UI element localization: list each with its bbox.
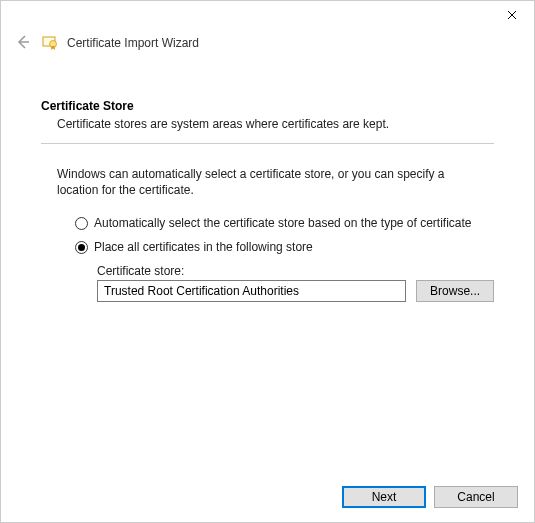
divider xyxy=(41,143,494,144)
option-place-label: Place all certificates in the following … xyxy=(94,240,313,254)
close-icon xyxy=(507,9,517,23)
section-title: Certificate Store xyxy=(41,99,494,113)
certificate-icon xyxy=(41,34,59,52)
wizard-footer: Next Cancel xyxy=(342,486,518,508)
browse-button[interactable]: Browse... xyxy=(416,280,494,302)
option-auto-select[interactable]: Automatically select the certificate sto… xyxy=(75,216,494,230)
radio-icon xyxy=(75,241,88,254)
arrow-left-icon xyxy=(15,34,31,53)
store-row: Browse... xyxy=(97,280,494,302)
title-bar xyxy=(1,1,534,31)
store-field-label: Certificate store: xyxy=(97,264,494,278)
option-place-all[interactable]: Place all certificates in the following … xyxy=(75,240,494,254)
wizard-content: Certificate Store Certificate stores are… xyxy=(1,61,534,302)
next-button[interactable]: Next xyxy=(342,486,426,508)
wizard-header: Certificate Import Wizard xyxy=(1,31,534,61)
section-description: Certificate stores are system areas wher… xyxy=(41,117,494,131)
store-input[interactable] xyxy=(97,280,406,302)
store-options: Automatically select the certificate sto… xyxy=(41,216,494,254)
intro-text: Windows can automatically select a certi… xyxy=(41,166,494,198)
close-button[interactable] xyxy=(489,1,534,31)
store-block: Certificate store: Browse... xyxy=(41,264,494,302)
option-auto-label: Automatically select the certificate sto… xyxy=(94,216,472,230)
back-button[interactable] xyxy=(13,33,33,53)
radio-icon xyxy=(75,217,88,230)
wizard-title: Certificate Import Wizard xyxy=(67,36,199,50)
cancel-button[interactable]: Cancel xyxy=(434,486,518,508)
